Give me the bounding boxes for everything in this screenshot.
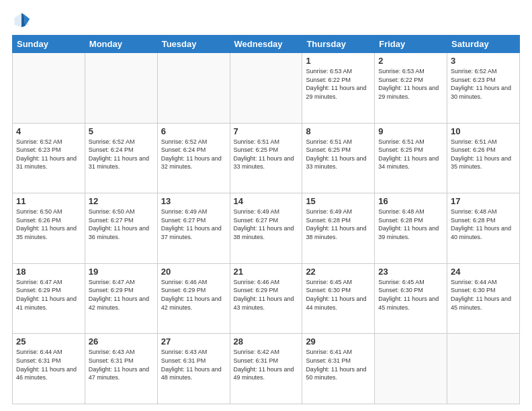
day-info: Sunrise: 6:47 AM Sunset: 6:29 PM Dayligh… xyxy=(89,278,154,312)
week-row-2: 4Sunrise: 6:52 AM Sunset: 6:23 PM Daylig… xyxy=(13,123,520,193)
calendar-cell: 27Sunrise: 6:43 AM Sunset: 6:31 PM Dayli… xyxy=(157,334,230,404)
calendar-cell: 22Sunrise: 6:45 AM Sunset: 6:30 PM Dayli… xyxy=(302,263,375,334)
calendar-body: 1Sunrise: 6:53 AM Sunset: 6:22 PM Daylig… xyxy=(13,53,520,404)
day-info: Sunrise: 6:52 AM Sunset: 6:24 PM Dayligh… xyxy=(89,138,154,171)
day-info: Sunrise: 6:46 AM Sunset: 6:29 PM Dayligh… xyxy=(161,278,226,312)
day-number: 21 xyxy=(234,267,299,277)
calendar-cell: 19Sunrise: 6:47 AM Sunset: 6:29 PM Dayli… xyxy=(85,263,157,334)
day-info: Sunrise: 6:52 AM Sunset: 6:24 PM Dayligh… xyxy=(161,138,226,171)
day-number: 25 xyxy=(16,336,81,347)
calendar-cell: 28Sunrise: 6:42 AM Sunset: 6:31 PM Dayli… xyxy=(230,334,302,404)
day-info: Sunrise: 6:41 AM Sunset: 6:31 PM Dayligh… xyxy=(306,348,371,381)
day-number: 3 xyxy=(451,56,516,66)
day-info: Sunrise: 6:45 AM Sunset: 6:30 PM Dayligh… xyxy=(378,278,443,312)
day-header-wednesday: Wednesday xyxy=(230,36,302,53)
day-info: Sunrise: 6:51 AM Sunset: 6:25 PM Dayligh… xyxy=(234,138,299,171)
day-number: 24 xyxy=(451,267,516,277)
calendar-cell xyxy=(447,334,520,404)
logo xyxy=(12,11,34,30)
calendar-cell: 16Sunrise: 6:48 AM Sunset: 6:28 PM Dayli… xyxy=(375,193,447,264)
week-row-1: 1Sunrise: 6:53 AM Sunset: 6:22 PM Daylig… xyxy=(13,53,520,124)
calendar-cell xyxy=(157,53,230,124)
day-number: 22 xyxy=(306,267,371,277)
day-info: Sunrise: 6:51 AM Sunset: 6:25 PM Dayligh… xyxy=(306,138,371,171)
day-info: Sunrise: 6:50 AM Sunset: 6:26 PM Dayligh… xyxy=(16,208,81,241)
calendar-cell: 15Sunrise: 6:49 AM Sunset: 6:28 PM Dayli… xyxy=(302,193,375,264)
calendar-cell: 1Sunrise: 6:53 AM Sunset: 6:22 PM Daylig… xyxy=(302,53,375,124)
calendar-cell: 6Sunrise: 6:52 AM Sunset: 6:24 PM Daylig… xyxy=(157,123,230,193)
day-info: Sunrise: 6:43 AM Sunset: 6:31 PM Dayligh… xyxy=(89,348,154,381)
day-info: Sunrise: 6:52 AM Sunset: 6:23 PM Dayligh… xyxy=(451,67,516,101)
day-number: 29 xyxy=(306,336,371,347)
day-info: Sunrise: 6:44 AM Sunset: 6:31 PM Dayligh… xyxy=(16,348,81,381)
day-number: 23 xyxy=(378,267,443,277)
calendar-cell: 12Sunrise: 6:50 AM Sunset: 6:27 PM Dayli… xyxy=(85,193,157,264)
calendar-table: SundayMondayTuesdayWednesdayThursdayFrid… xyxy=(12,35,520,404)
day-info: Sunrise: 6:48 AM Sunset: 6:28 PM Dayligh… xyxy=(451,208,516,241)
day-number: 27 xyxy=(161,336,226,347)
day-number: 7 xyxy=(234,126,299,136)
calendar-cell: 10Sunrise: 6:51 AM Sunset: 6:26 PM Dayli… xyxy=(447,123,520,193)
calendar-cell: 20Sunrise: 6:46 AM Sunset: 6:29 PM Dayli… xyxy=(157,263,230,334)
calendar-cell: 7Sunrise: 6:51 AM Sunset: 6:25 PM Daylig… xyxy=(230,123,302,193)
calendar-cell xyxy=(230,53,302,124)
calendar-cell: 18Sunrise: 6:47 AM Sunset: 6:29 PM Dayli… xyxy=(13,263,85,334)
week-row-4: 18Sunrise: 6:47 AM Sunset: 6:29 PM Dayli… xyxy=(13,263,520,334)
day-info: Sunrise: 6:44 AM Sunset: 6:30 PM Dayligh… xyxy=(451,278,516,312)
day-info: Sunrise: 6:53 AM Sunset: 6:22 PM Dayligh… xyxy=(378,67,443,101)
calendar-cell: 13Sunrise: 6:49 AM Sunset: 6:27 PM Dayli… xyxy=(157,193,230,264)
day-info: Sunrise: 6:48 AM Sunset: 6:28 PM Dayligh… xyxy=(378,208,443,241)
day-info: Sunrise: 6:49 AM Sunset: 6:28 PM Dayligh… xyxy=(306,208,371,241)
calendar-cell: 8Sunrise: 6:51 AM Sunset: 6:25 PM Daylig… xyxy=(302,123,375,193)
day-header-sunday: Sunday xyxy=(13,36,85,53)
day-number: 6 xyxy=(161,126,226,136)
day-header-tuesday: Tuesday xyxy=(157,36,230,53)
day-number: 10 xyxy=(451,126,516,136)
day-number: 11 xyxy=(16,196,81,206)
day-header-saturday: Saturday xyxy=(447,36,520,53)
day-number: 5 xyxy=(89,126,154,136)
calendar-cell: 11Sunrise: 6:50 AM Sunset: 6:26 PM Dayli… xyxy=(13,193,85,264)
day-info: Sunrise: 6:49 AM Sunset: 6:27 PM Dayligh… xyxy=(234,208,299,241)
day-number: 26 xyxy=(89,336,154,347)
calendar-cell: 5Sunrise: 6:52 AM Sunset: 6:24 PM Daylig… xyxy=(85,123,157,193)
calendar-cell: 17Sunrise: 6:48 AM Sunset: 6:28 PM Dayli… xyxy=(447,193,520,264)
day-info: Sunrise: 6:53 AM Sunset: 6:22 PM Dayligh… xyxy=(306,67,371,101)
day-number: 12 xyxy=(89,196,154,206)
day-info: Sunrise: 6:49 AM Sunset: 6:27 PM Dayligh… xyxy=(161,208,226,241)
day-number: 19 xyxy=(89,267,154,277)
week-row-3: 11Sunrise: 6:50 AM Sunset: 6:26 PM Dayli… xyxy=(13,193,520,264)
day-header-friday: Friday xyxy=(375,36,447,53)
calendar-cell: 26Sunrise: 6:43 AM Sunset: 6:31 PM Dayli… xyxy=(85,334,157,404)
day-number: 13 xyxy=(161,196,226,206)
day-info: Sunrise: 6:52 AM Sunset: 6:23 PM Dayligh… xyxy=(16,138,81,171)
day-number: 20 xyxy=(161,267,226,277)
calendar-cell: 3Sunrise: 6:52 AM Sunset: 6:23 PM Daylig… xyxy=(447,53,520,124)
week-row-5: 25Sunrise: 6:44 AM Sunset: 6:31 PM Dayli… xyxy=(13,334,520,404)
calendar-cell xyxy=(375,334,447,404)
calendar-cell: 21Sunrise: 6:46 AM Sunset: 6:29 PM Dayli… xyxy=(230,263,302,334)
day-number: 18 xyxy=(16,267,81,277)
day-number: 14 xyxy=(234,196,299,206)
day-header-monday: Monday xyxy=(85,36,157,53)
calendar-cell: 24Sunrise: 6:44 AM Sunset: 6:30 PM Dayli… xyxy=(447,263,520,334)
day-number: 16 xyxy=(378,196,443,206)
calendar-cell: 14Sunrise: 6:49 AM Sunset: 6:27 PM Dayli… xyxy=(230,193,302,264)
day-info: Sunrise: 6:45 AM Sunset: 6:30 PM Dayligh… xyxy=(306,278,371,312)
calendar-cell: 25Sunrise: 6:44 AM Sunset: 6:31 PM Dayli… xyxy=(13,334,85,404)
day-number: 1 xyxy=(306,56,371,66)
calendar-cell: 2Sunrise: 6:53 AM Sunset: 6:22 PM Daylig… xyxy=(375,53,447,124)
day-number: 9 xyxy=(378,126,443,136)
calendar-header: SundayMondayTuesdayWednesdayThursdayFrid… xyxy=(13,36,520,53)
calendar-cell: 9Sunrise: 6:51 AM Sunset: 6:25 PM Daylig… xyxy=(375,123,447,193)
day-header-thursday: Thursday xyxy=(302,36,375,53)
day-info: Sunrise: 6:47 AM Sunset: 6:29 PM Dayligh… xyxy=(16,278,81,312)
day-info: Sunrise: 6:50 AM Sunset: 6:27 PM Dayligh… xyxy=(89,208,154,241)
logo-icon xyxy=(12,11,31,30)
page: SundayMondayTuesdayWednesdayThursdayFrid… xyxy=(0,0,532,411)
day-info: Sunrise: 6:46 AM Sunset: 6:29 PM Dayligh… xyxy=(234,278,299,312)
day-number: 17 xyxy=(451,196,516,206)
calendar-cell xyxy=(85,53,157,124)
calendar-cell xyxy=(13,53,85,124)
day-number: 2 xyxy=(378,56,443,66)
